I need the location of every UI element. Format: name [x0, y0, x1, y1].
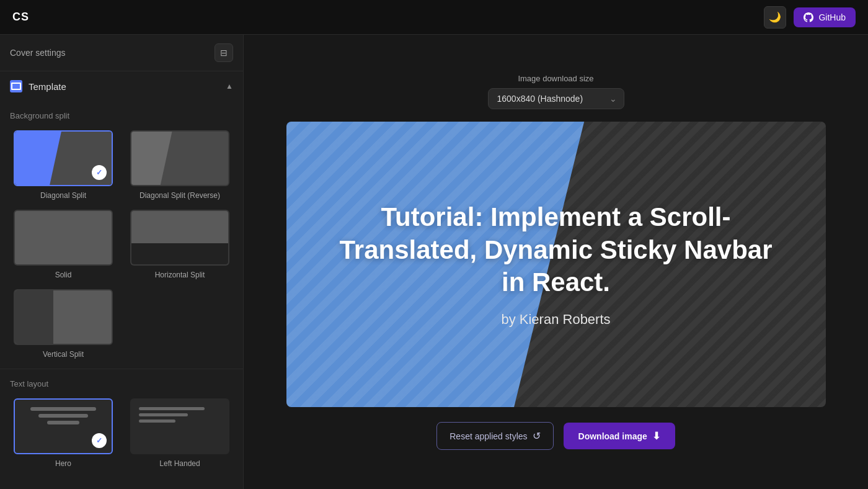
download-size-label: Image download size	[518, 74, 593, 83]
template-item-label-vertical: Vertical Split	[43, 350, 84, 359]
canvas-content: Tutorial: Implement a Scroll-Translated,…	[286, 122, 826, 407]
action-bar: Reset applied styles ↺ Download image ⬇	[436, 422, 675, 450]
download-size-select[interactable]: 1600x840 (Hashnode) 1200x630 (Twitter) 1…	[488, 88, 624, 109]
template-thumb-horizontal[interactable]	[130, 210, 229, 266]
template-item-label-diagonal-reverse: Diagonal Split (Reverse)	[140, 191, 220, 200]
background-split-grid: ✓ Diagonal Split Diagonal Split (Reverse…	[10, 130, 233, 359]
download-size-row: Image download size 1600x840 (Hashnode) …	[488, 74, 624, 109]
text-layout-item-left-handed[interactable]: Left Handed	[126, 398, 233, 468]
template-header-left: Template	[10, 80, 66, 92]
template-item-vertical[interactable]: Vertical Split	[10, 289, 117, 359]
monitor-icon: ⊟	[220, 48, 228, 58]
reset-icon: ↺	[533, 430, 541, 442]
background-split-heading: Background split	[10, 111, 233, 120]
nav-right: 🌙 GitHub	[764, 6, 856, 29]
template-item-diagonal[interactable]: ✓ Diagonal Split	[10, 130, 117, 200]
template-item-label-horizontal: Horizontal Split	[155, 271, 205, 279]
thumb-left-handed-content	[131, 400, 228, 430]
sidebar: Cover settings ⊟ Template ▲ Background s…	[0, 35, 244, 489]
hero-line-2	[38, 414, 87, 418]
app-logo: CS	[12, 11, 29, 24]
cover-settings-label: Cover settings	[10, 48, 65, 58]
reset-button[interactable]: Reset applied styles ↺	[436, 422, 553, 450]
thumb-vertical-bg	[15, 290, 112, 344]
text-layout-label-hero: Hero	[55, 459, 71, 468]
download-label: Download image	[578, 431, 647, 441]
reset-label: Reset applied styles	[450, 431, 527, 441]
dark-mode-button[interactable]: 🌙	[764, 6, 786, 29]
main-layout: Cover settings ⊟ Template ▲ Background s…	[0, 35, 868, 489]
top-navbar: CS 🌙 GitHub	[0, 0, 868, 35]
thumb-horizontal-bg	[131, 211, 228, 264]
template-item-solid[interactable]: Solid	[10, 210, 117, 279]
left-line-3	[139, 419, 175, 423]
thumb-hero-content	[15, 400, 112, 432]
template-thumb-solid[interactable]	[14, 210, 113, 266]
thumb-solid-bg	[15, 211, 112, 264]
select-wrapper: 1600x840 (Hashnode) 1200x630 (Twitter) 1…	[488, 88, 624, 109]
template-item-horizontal[interactable]: Horizontal Split	[126, 210, 233, 279]
text-layout-label-left-handed: Left Handed	[159, 459, 200, 468]
template-title: Template	[29, 81, 66, 92]
template-item-label-diagonal: Diagonal Split	[40, 191, 86, 200]
chevron-up-icon: ▲	[226, 82, 233, 91]
left-line-2	[139, 413, 188, 416]
check-badge-hero: ✓	[92, 433, 107, 448]
template-thumb-diagonal-reverse[interactable]	[130, 130, 229, 186]
text-layout-grid: ✓ Hero Left Handed	[10, 398, 233, 468]
download-icon: ⬇	[652, 430, 660, 442]
canvas-title: Tutorial: Implement a Scroll-Translated,…	[339, 201, 773, 299]
content-area: Image download size 1600x840 (Hashnode) …	[244, 35, 868, 489]
template-thumb-diagonal[interactable]: ✓	[14, 130, 113, 186]
download-button[interactable]: Download image ⬇	[564, 423, 675, 449]
template-section: Template ▲ Background split ✓ Diagonal S…	[0, 71, 243, 369]
text-layout-heading: Text layout	[10, 379, 233, 388]
github-label: GitHub	[818, 12, 846, 22]
left-line-1	[139, 407, 205, 410]
template-section-body: Background split ✓ Diagonal Split	[0, 101, 243, 369]
moon-icon: 🌙	[769, 11, 781, 23]
check-badge-diagonal: ✓	[92, 165, 107, 180]
hero-line-3	[47, 421, 80, 424]
template-thumb-vertical[interactable]	[14, 289, 113, 345]
template-item-label-solid: Solid	[55, 271, 72, 279]
thumb-diagonal-rev-bg	[131, 132, 228, 185]
github-icon	[804, 12, 813, 22]
text-layout-section: Text layout ✓ Hero	[0, 369, 243, 478]
canvas-author: by Kieran Roberts	[501, 312, 610, 328]
cover-settings-header: Cover settings ⊟	[0, 35, 243, 71]
preview-canvas: Tutorial: Implement a Scroll-Translated,…	[286, 122, 826, 407]
canvas-background: Tutorial: Implement a Scroll-Translated,…	[286, 122, 826, 407]
template-header[interactable]: Template ▲	[0, 71, 243, 101]
text-layout-thumb-hero[interactable]: ✓	[14, 398, 113, 454]
text-layout-thumb-left-handed[interactable]	[130, 398, 229, 454]
github-button[interactable]: GitHub	[794, 7, 856, 27]
hero-line-1	[30, 407, 96, 411]
cover-settings-icon-button[interactable]: ⊟	[215, 43, 233, 62]
template-item-diagonal-reverse[interactable]: Diagonal Split (Reverse)	[126, 130, 233, 200]
template-icon	[10, 80, 22, 92]
text-layout-item-hero[interactable]: ✓ Hero	[10, 398, 117, 468]
